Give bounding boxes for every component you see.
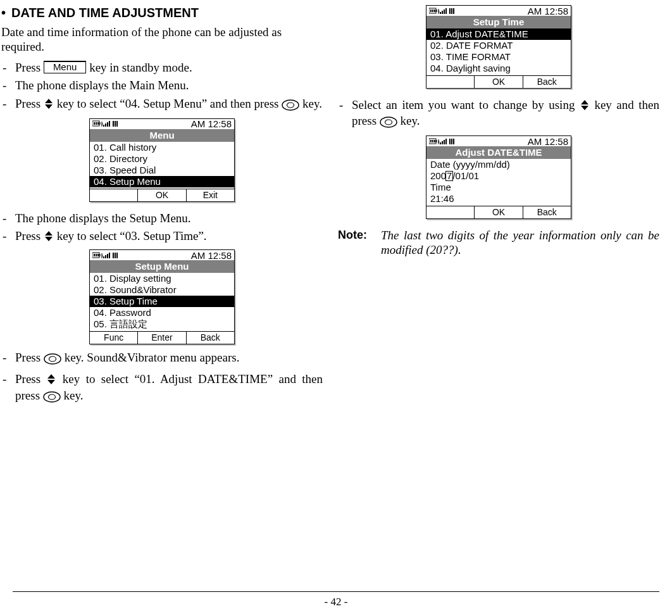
menu-key-icon: Menu [44, 61, 87, 73]
softkey-exit: Exit [186, 189, 234, 201]
softkey-back: Back [523, 76, 571, 88]
step: Press Menu key in standby mode. [1, 61, 323, 75]
up-down-key-icon [46, 374, 56, 389]
menu-item: 03. Speed Dial [90, 165, 234, 176]
svg-point-31 [49, 356, 56, 361]
step: The phone displays the Setup Menu. [1, 211, 323, 226]
svg-rect-11 [107, 122, 108, 127]
note-label: Note: [338, 229, 373, 258]
svg-point-35 [48, 394, 55, 399]
status-time: AM 12:58 [528, 6, 568, 17]
menu-item: 01. Display setting [90, 273, 234, 284]
svg-rect-55 [434, 140, 435, 142]
svg-rect-23 [103, 256, 104, 258]
svg-rect-27 [113, 253, 114, 258]
time-value: 21:46 [426, 193, 571, 204]
svg-rect-10 [105, 123, 106, 127]
softkey-ok: OK [474, 76, 522, 88]
svg-rect-40 [436, 9, 437, 12]
svg-marker-1 [45, 104, 53, 109]
svg-rect-43 [444, 9, 445, 14]
svg-rect-39 [434, 9, 435, 12]
screen-title: Menu [90, 129, 234, 142]
note-body: The last two digits of the year informat… [381, 229, 659, 258]
step: Press key to select “01. Adjust DATE&TIM… [1, 372, 323, 406]
menu-item-selected: 03. Setup Time [90, 296, 234, 307]
phone-screen-menu: AM 12:58 Menu 01. Call history 02. Direc… [89, 118, 235, 202]
phone-screen-adjust-date-time: AM 12:58 Adjust DATE&TIME Date (yyyy/mm/… [426, 135, 571, 219]
page-number: - 42 - [13, 591, 659, 608]
step: Press key to select “04. Setup Menu” and… [1, 97, 323, 115]
svg-rect-54 [432, 140, 433, 142]
svg-rect-25 [107, 254, 108, 258]
phone-screen-setup-time: AM 12:58 Setup Time 01. Adjust DATE&TIME… [426, 5, 571, 89]
svg-rect-21 [97, 254, 99, 256]
svg-rect-56 [436, 140, 437, 142]
status-icons [92, 120, 120, 128]
svg-rect-47 [453, 8, 454, 14]
step: Press key. Sound&Vibrator menu appears. [1, 351, 323, 368]
softkey-bar: OK Back [426, 206, 571, 218]
svg-marker-16 [45, 231, 53, 236]
time-label: Time [426, 182, 571, 193]
status-icons [92, 252, 120, 260]
svg-point-3 [287, 103, 294, 108]
menu-item-selected: 01. Adjust DATE&TIME [426, 28, 571, 40]
status-time: AM 12:58 [528, 136, 568, 148]
softkey-ok: OK [137, 189, 185, 201]
up-down-key-icon [44, 98, 54, 113]
softkey-func: Func [90, 332, 137, 344]
svg-rect-37 [430, 9, 432, 12]
enter-key-icon [44, 353, 61, 368]
svg-rect-44 [445, 8, 447, 14]
screen-title: Adjust DATE&TIME [426, 146, 571, 159]
screen-title: Setup Menu [90, 260, 234, 273]
step: Press key to select “03. Setup Time”. [1, 229, 323, 246]
svg-rect-20 [96, 254, 97, 256]
menu-item: 05. 言語設定 [90, 318, 234, 330]
menu-item: 04. Daylight saving [426, 63, 571, 74]
softkey-bar: OK Back [426, 75, 571, 88]
phone-screen-setup-menu: AM 12:58 Setup Menu 01. Display setting … [89, 249, 235, 344]
svg-rect-58 [442, 141, 443, 144]
svg-rect-22 [99, 254, 101, 256]
menu-item: 02. DATE FORMAT [426, 40, 571, 51]
intro-text: Date and time information of the phone c… [1, 25, 323, 54]
svg-marker-49 [581, 106, 588, 110]
svg-rect-14 [115, 121, 116, 127]
svg-rect-9 [103, 125, 104, 127]
svg-rect-8 [99, 122, 101, 125]
menu-item: 02. Sound&Vibrator [90, 284, 234, 296]
svg-rect-29 [116, 253, 118, 258]
svg-rect-59 [444, 140, 445, 144]
status-icons [429, 138, 457, 146]
svg-marker-17 [45, 237, 53, 241]
softkey-ok: OK [474, 206, 522, 218]
svg-rect-5 [94, 122, 95, 125]
svg-rect-7 [97, 122, 99, 125]
enter-key-icon [282, 99, 299, 115]
svg-rect-13 [113, 121, 114, 127]
svg-point-34 [44, 392, 60, 402]
svg-rect-46 [451, 8, 452, 14]
enter-key-icon [380, 116, 397, 132]
svg-rect-57 [440, 142, 441, 144]
svg-rect-26 [109, 253, 110, 258]
svg-rect-60 [445, 139, 447, 144]
svg-rect-19 [94, 254, 95, 256]
status-icons [429, 8, 457, 15]
svg-marker-32 [47, 374, 55, 379]
note: Note: The last two digits of the year in… [338, 229, 659, 258]
svg-rect-53 [430, 140, 432, 142]
softkey-enter: Enter [137, 332, 185, 344]
up-down-key-icon [44, 230, 54, 246]
up-down-key-icon [580, 99, 590, 115]
menu-item-selected: 04. Setup Menu [90, 176, 234, 187]
step: The phone displays the Main Menu. [1, 79, 323, 93]
menu-item: 03. TIME FORMAT [426, 51, 571, 63]
date-label: Date (yyyy/mm/dd) [426, 159, 571, 170]
svg-point-51 [385, 120, 392, 125]
svg-rect-62 [451, 139, 452, 144]
menu-item: 02. Directory [90, 153, 234, 165]
svg-rect-12 [109, 121, 110, 127]
